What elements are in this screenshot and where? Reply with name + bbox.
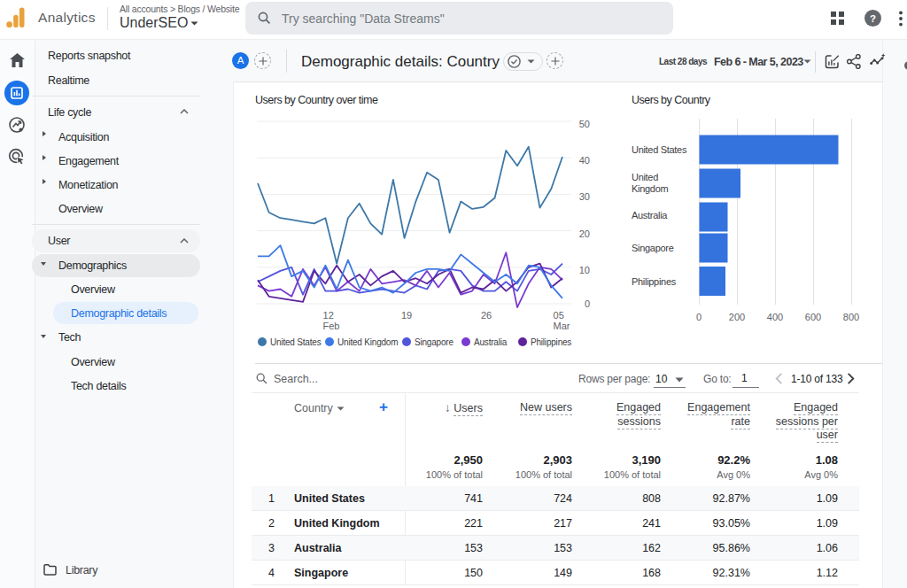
svg-text:?: ? [870, 13, 876, 24]
